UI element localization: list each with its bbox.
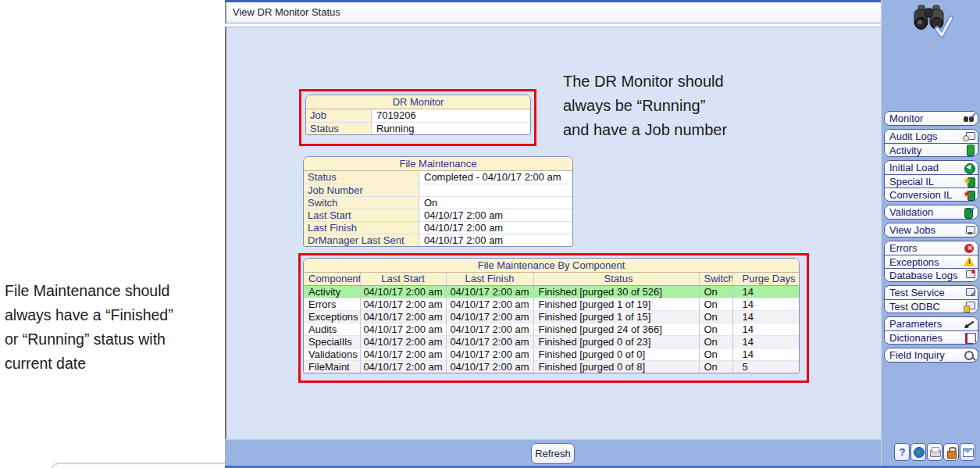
sidebar-button-group: Audit LogsActivity: [884, 129, 978, 157]
special-il-icon: [963, 176, 975, 187]
annotation-left: File Maintenance should always have a “F…: [5, 279, 233, 376]
row-label: Switch: [304, 197, 419, 209]
dictionaries-icon: [963, 332, 975, 343]
error-icon: [963, 243, 975, 254]
globe-icon: [913, 446, 925, 458]
database-logs-icon: [963, 270, 975, 280]
sidebar-button-group: Validation: [884, 205, 978, 220]
utility-button-bar: [894, 443, 975, 461]
test-service-icon: [963, 288, 975, 298]
sidebar-item-field-inquiry[interactable]: Field Inquiry: [885, 348, 978, 362]
security-button[interactable]: [943, 443, 959, 461]
table-row: StatusCompleted - 04/10/17 2:00 am: [304, 171, 572, 184]
window-title: View DR Monitor Status: [233, 6, 340, 18]
sidebar-item-label: Database Logs: [889, 270, 957, 281]
annotation-box-dr-monitor: [299, 89, 536, 146]
sidebar-button-group: ParametersDictionaries: [884, 316, 978, 345]
row-label: Last Finish: [304, 222, 419, 234]
sidebar-item-special-il[interactable]: Special IL: [885, 174, 978, 188]
printer-icon: [929, 446, 941, 458]
sidebar-item-monitor[interactable]: Monitor: [885, 112, 978, 125]
warning-icon: [963, 256, 975, 267]
sidebar-item-conversion-il[interactable]: Conversion IL: [885, 188, 978, 201]
sidebar-item-initial-load[interactable]: Initial Load: [885, 161, 978, 174]
sidebar-item-label: Dictionaries: [889, 332, 943, 344]
sidebar-item-test-odbc[interactable]: Test ODBC: [885, 299, 978, 313]
screenshot-stage: File Maintenance should always have a “F…: [0, 0, 980, 468]
sidebar-item-activity[interactable]: Activity: [885, 143, 978, 156]
sidebar-item-label: Parameters: [889, 318, 942, 330]
sidebar-button-group: Test ServiceTest ODBC: [884, 285, 978, 313]
row-value: 04/10/17 2:00 am: [419, 209, 572, 221]
message-button[interactable]: [960, 443, 975, 461]
binoculars-icon: [963, 113, 975, 124]
row-label: Last Start: [304, 209, 419, 221]
web-button[interactable]: [911, 443, 926, 461]
lock-icon: [946, 446, 957, 458]
validation-icon: [963, 207, 975, 218]
sidebar-item-label: Conversion IL: [889, 189, 952, 201]
sidebar-item-exceptions[interactable]: Exceptions: [885, 255, 978, 268]
sidebar-item-label: View Jobs: [889, 224, 935, 236]
print-button[interactable]: [927, 443, 943, 461]
view-jobs-icon: [963, 225, 975, 236]
audit-logs-icon: [963, 131, 975, 142]
annotation-right: The DR Monitor should always be “Running…: [563, 70, 805, 142]
table-row: Job Number: [304, 184, 572, 196]
parameters-icon: [963, 319, 975, 330]
field-inquiry-icon: [963, 350, 975, 361]
sidebar-item-label: Special IL: [889, 176, 934, 188]
activity-icon: [963, 145, 975, 155]
sidebar-item-label: Monitor: [889, 113, 923, 124]
email-icon: [962, 446, 974, 458]
sidebar-item-label: Test Service: [889, 287, 945, 298]
annotation-box-component-table: [298, 253, 809, 383]
row-value: 04/10/17 2:00 am: [419, 222, 572, 234]
sidebar-item-label: Activity: [889, 145, 921, 156]
row-value: On: [419, 197, 572, 209]
initial-load-icon: [963, 163, 975, 173]
sidebar-item-audit-logs[interactable]: Audit Logs: [885, 130, 978, 143]
row-value: Completed - 04/10/17 2:00 am: [419, 171, 572, 184]
row-value: 04/10/17 2:00 am: [419, 234, 572, 246]
sidebar-item-errors[interactable]: Errors: [885, 241, 978, 255]
sidebar-item-label: Field Inquiry: [889, 349, 945, 361]
sidebar-button-group: Monitor: [884, 111, 978, 126]
help-icon: [896, 446, 908, 458]
sidebar-item-label: Audit Logs: [889, 130, 937, 142]
row-label: DrManager Last Sent: [304, 234, 419, 246]
sidebar-item-view-jobs[interactable]: View Jobs: [885, 223, 978, 237]
refresh-button[interactable]: Refresh: [531, 443, 575, 464]
sidebar-button-group: Field Inquiry: [884, 348, 978, 363]
row-label: Status: [304, 171, 419, 184]
sidebar-item-validation[interactable]: Validation: [885, 205, 978, 219]
help-button[interactable]: [894, 443, 910, 461]
table-row: DrManager Last Sent04/10/17 2:00 am: [304, 234, 572, 246]
file-maintenance-table: File Maintenance StatusCompleted - 04/10…: [303, 156, 573, 247]
table-row: Last Finish04/10/17 2:00 am: [304, 221, 572, 234]
conversion-il-icon: [963, 189, 975, 200]
test-odbc-icon: [963, 301, 975, 312]
sidebar: MonitorAudit LogsActivityInitial LoadSpe…: [881, 0, 980, 466]
table-row: SwitchOn: [304, 196, 572, 209]
decorative-shape: [51, 463, 246, 468]
sidebar-item-label: Exceptions: [889, 256, 939, 268]
sidebar-item-label: Initial Load: [889, 162, 939, 173]
sidebar-item-test-service[interactable]: Test Service: [885, 286, 978, 299]
sidebar-item-parameters[interactable]: Parameters: [885, 317, 978, 330]
sidebar-item-database-logs[interactable]: Database Logs: [885, 268, 978, 281]
sidebar-item-label: Errors: [889, 242, 917, 254]
row-label: Job Number: [304, 184, 419, 196]
sidebar-button-group: View Jobs: [884, 223, 978, 238]
sidebar-item-dictionaries[interactable]: Dictionaries: [885, 330, 978, 344]
sidebar-button-list: MonitorAudit LogsActivityInitial LoadSpe…: [884, 111, 978, 366]
window-title-bar: View DR Monitor Status: [225, 2, 881, 23]
file-maintenance-table-title: File Maintenance: [304, 157, 572, 171]
binoculars-check-icon: [911, 4, 953, 40]
sidebar-item-label: Test ODBC: [889, 301, 940, 313]
sidebar-button-group: ErrorsExceptionsDatabase Logs: [884, 241, 978, 282]
row-value: [419, 184, 572, 196]
table-row: Last Start04/10/17 2:00 am: [304, 209, 572, 221]
sidebar-item-label: Validation: [889, 206, 933, 218]
sidebar-button-group: Initial LoadSpecial ILConversion IL: [884, 160, 978, 202]
